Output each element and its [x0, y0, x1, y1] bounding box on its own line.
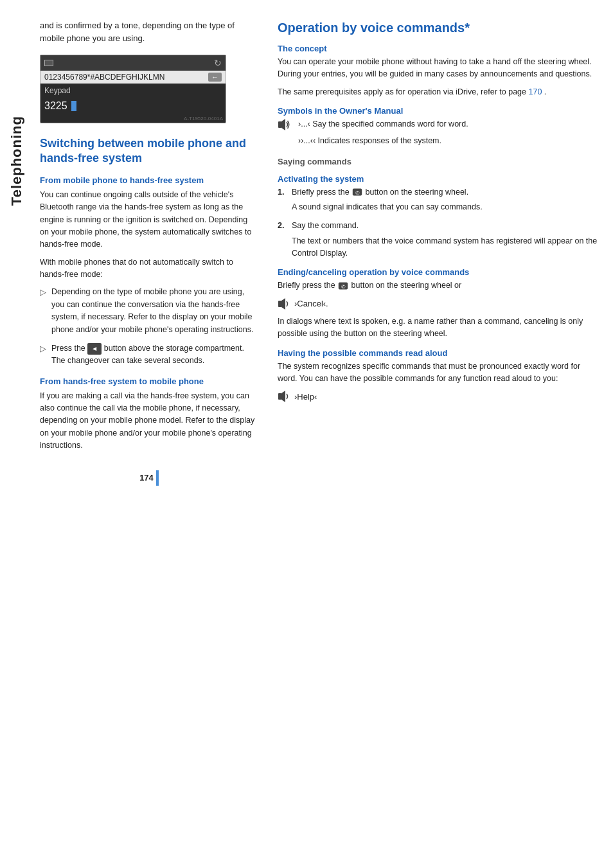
sub1-body1: You can continue ongoing calls outside o… [40, 189, 258, 251]
phone-icon-square [44, 60, 53, 66]
bullet-arrow-icon: ▷ [40, 287, 46, 336]
symbols-heading: Symbols in the Owner's Manual [278, 106, 600, 116]
concept-body2-end: . [544, 87, 546, 96]
bullet-item-1: ▷ Depending on the type of mobile phone … [40, 286, 258, 336]
bullet-item-2: ▷ Press the button above the storage com… [40, 342, 258, 368]
page-bar-indicator [156, 470, 159, 486]
bullet2-text-pre: Press the [51, 344, 85, 353]
concept-heading: The concept [278, 44, 600, 53]
concept-body2: The same prerequisites apply as for oper… [278, 86, 600, 98]
svg-text:✆: ✆ [355, 190, 360, 196]
page-number-box: 174 [139, 470, 159, 486]
intro-text: and is confirmed by a tone, depending on… [40, 19, 258, 44]
bullet-arrow-icon-2: ▷ [40, 343, 46, 368]
symbol-text-1: ›...‹ Say the specified commands word fo… [298, 118, 468, 130]
ending-body: Briefly press the ✆ button on the steeri… [278, 279, 600, 292]
step-2-num: 2. [278, 220, 287, 260]
svg-rect-5 [278, 301, 281, 307]
phone-keypad-label: Keypad [40, 84, 226, 98]
sub2-body: If you are making a call via the hands-f… [40, 390, 258, 452]
phone-number-row: 3225 [40, 98, 226, 114]
symbol-box-1: ›...‹ Say the specified commands word fo… [278, 118, 600, 131]
step-1-num: 1. [278, 186, 287, 214]
page-number: 174 [139, 473, 156, 483]
bullet-text-2: Press the button above the storage compa… [51, 342, 258, 368]
help-box: ›Help‹ [278, 390, 600, 403]
bullet-text-1: Depending on the type of mobile phone yo… [51, 286, 258, 336]
cancel-box: ›Cancel‹. [278, 297, 600, 310]
symbol-text-2: ››...‹‹ Indicates responses of the syste… [298, 135, 600, 147]
phone-watermark: A-T19520-0401A [40, 114, 226, 123]
phone-cursor [71, 101, 76, 111]
step-2-note: The text or numbers that the voice comma… [292, 235, 600, 260]
phone-keypad-image: ↻ 0123456789*#ABCDEFGHIJKLMN ← Keypad 32… [40, 55, 226, 123]
cancel-cmd-text: ›Cancel‹. [294, 299, 328, 308]
read-aloud-heading: Having the possible commands read aloud [278, 348, 600, 358]
activating-heading: Activating the system [278, 174, 600, 184]
step-1-text-pre: Briefly press the [292, 188, 350, 197]
help-cmd-text: ›Help‹ [294, 392, 317, 402]
ending-heading: Ending/canceling operation by voice comm… [278, 267, 600, 277]
sub2-heading: From hands-free system to mobile phone [40, 376, 258, 386]
svg-rect-0 [278, 121, 281, 128]
step-1: 1. Briefly press the ✆ button on the ste… [278, 186, 600, 214]
read-aloud-body: The system recognizes specific commands … [278, 360, 600, 385]
step-1-note: A sound signal indicates that you can sa… [292, 201, 600, 213]
phone-input-field: 0123456789*#ABCDEFGHIJKLMN [44, 73, 206, 82]
operation-voice-heading: Operation by voice commands* [278, 19, 600, 36]
sub1-body2: With mobile phones that do not automatic… [40, 256, 258, 281]
main-content: and is confirmed by a tone, depending on… [33, 0, 613, 868]
cancel-speaker-icon [278, 297, 290, 310]
page-170-link[interactable]: 170 [528, 87, 542, 96]
switching-section-heading: Switching between mobile phone and hands… [40, 136, 258, 166]
ending-note: In dialogs where text is spoken, e.g. a … [278, 315, 600, 341]
sidebar: Telephoning [0, 0, 33, 868]
phone-header: ↻ [40, 55, 226, 71]
speaker-icon [278, 118, 290, 131]
svg-rect-6 [278, 393, 281, 400]
svg-text:✆: ✆ [341, 284, 346, 290]
steering-wheel-phone-button-2: ✆ [337, 280, 349, 292]
phone-number-display: 3225 [44, 100, 67, 112]
right-column: Operation by voice commands* The concept… [278, 19, 600, 849]
help-speaker-icon [278, 390, 290, 403]
phone-header-icons [44, 60, 53, 66]
ending-text-pre: Briefly press the [278, 281, 335, 290]
chapter-label: Telephoning [8, 116, 25, 206]
ending-text-post: button on the steering wheel or [351, 281, 462, 290]
saying-commands-heading: Saying commands [278, 157, 600, 166]
step-2-text: Say the command. [292, 221, 359, 230]
phone-refresh-icon: ↻ [214, 58, 222, 68]
concept-body2-text: The same prerequisites apply as for oper… [278, 87, 526, 96]
step-2-content: Say the command. The text or numbers tha… [292, 220, 600, 260]
bullet-list: ▷ Depending on the type of mobile phone … [40, 286, 258, 367]
step-1-text-post: button on the steering wheel. [366, 188, 469, 197]
page-footer: 174 [40, 457, 258, 492]
phone-backspace-btn[interactable]: ← [208, 73, 222, 82]
step-2: 2. Say the command. The text or numbers … [278, 220, 600, 260]
step-1-content: Briefly press the ✆ button on the steeri… [292, 186, 600, 214]
phone-input-row: 0123456789*#ABCDEFGHIJKLMN ← [40, 71, 226, 84]
steering-wheel-phone-button: ✆ [351, 186, 363, 198]
phone-storage-button-icon [87, 343, 102, 355]
sub1-heading: From mobile phone to hands-free system [40, 175, 258, 185]
activating-steps: 1. Briefly press the ✆ button on the ste… [278, 186, 600, 260]
left-column: and is confirmed by a tone, depending on… [40, 19, 258, 849]
concept-body1: You can operate your mobile phone withou… [278, 56, 600, 81]
